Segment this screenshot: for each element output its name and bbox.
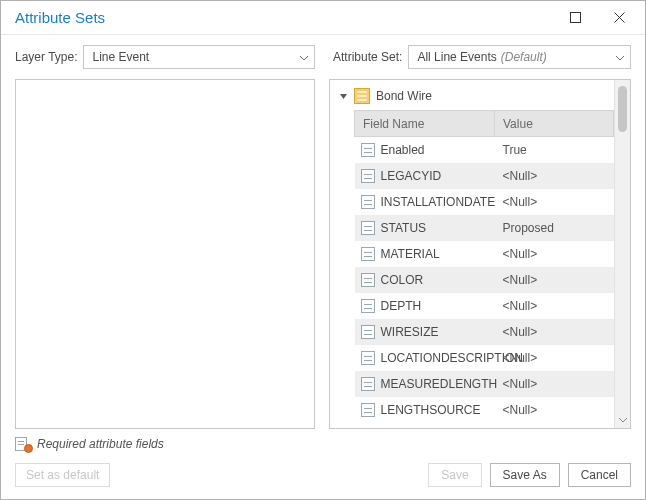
field-icon xyxy=(361,247,375,261)
field-name-cell: LOCATIONDESCRIPTION xyxy=(355,345,495,371)
field-icon xyxy=(361,403,375,417)
layer-icon xyxy=(354,88,370,104)
panes: Bond Wire Field Name Value EnabledTrueLE… xyxy=(15,79,631,429)
content-area: Layer Type: Line Event Attribute Set: Al… xyxy=(1,35,645,499)
close-button[interactable] xyxy=(597,1,641,34)
table-row[interactable]: DEPTH<Null> xyxy=(355,293,614,319)
field-icon xyxy=(361,221,375,235)
scrollbar-thumb[interactable] xyxy=(618,86,627,132)
tree-root-row[interactable]: Bond Wire xyxy=(336,86,614,110)
field-name-cell: INSTALLATIONDATE xyxy=(355,189,495,215)
attribute-set-suffix: (Default) xyxy=(501,50,547,64)
layer-type-label: Layer Type: xyxy=(15,50,77,64)
set-default-button[interactable]: Set as default xyxy=(15,463,110,487)
field-name-text: COLOR xyxy=(381,273,424,287)
left-pane[interactable] xyxy=(15,79,315,429)
attribute-set-group: Attribute Set: All Line Events (Default) xyxy=(333,45,631,69)
required-fields-label: Required attribute fields xyxy=(37,437,164,451)
field-name-cell: MEASUREDLENGTH xyxy=(355,371,495,397)
maximize-button[interactable] xyxy=(553,1,597,34)
field-name-text: WIRESIZE xyxy=(381,325,439,339)
table-row[interactable]: MATERIAL<Null> xyxy=(355,241,614,267)
field-name-text: INSTALLATIONDATE xyxy=(381,195,496,209)
cancel-button[interactable]: Cancel xyxy=(568,463,631,487)
required-fields-note: Required attribute fields xyxy=(15,429,631,463)
layer-type-group: Layer Type: Line Event xyxy=(15,45,315,69)
field-name-cell: COLOR xyxy=(355,267,495,293)
field-name-text: Enabled xyxy=(381,143,425,157)
field-name-text: LOCATIONDESCRIPTION xyxy=(381,351,523,365)
field-name-text: MATERIAL xyxy=(381,247,440,261)
scroll-down-icon[interactable] xyxy=(615,412,630,428)
field-name-cell: MATERIAL xyxy=(355,241,495,267)
field-icon xyxy=(361,325,375,339)
field-icon xyxy=(361,273,375,287)
table-row[interactable]: WIRESIZE<Null> xyxy=(355,319,614,345)
field-value-cell[interactable]: <Null> xyxy=(495,241,614,267)
field-name-cell: Enabled xyxy=(355,137,495,163)
button-bar: Set as default Save Save As Cancel xyxy=(15,463,631,487)
chevron-down-icon xyxy=(300,50,308,64)
attribute-set-label: Attribute Set: xyxy=(333,50,402,64)
chevron-down-icon xyxy=(616,50,624,64)
field-value-cell[interactable]: <Null> xyxy=(495,345,614,371)
field-name-cell: STATUS xyxy=(355,215,495,241)
field-icon xyxy=(361,377,375,391)
table-row[interactable]: LOCATIONDESCRIPTION<Null> xyxy=(355,345,614,371)
table-row[interactable]: INSTALLATIONDATE<Null> xyxy=(355,189,614,215)
window-controls xyxy=(553,1,641,34)
layer-type-value: Line Event xyxy=(92,50,149,64)
field-icon xyxy=(361,351,375,365)
dialog-title: Attribute Sets xyxy=(15,9,553,26)
field-name-text: DEPTH xyxy=(381,299,422,313)
field-name-cell: DEPTH xyxy=(355,293,495,319)
save-button[interactable]: Save xyxy=(428,463,481,487)
attribute-grid: Field Name Value EnabledTrueLEGACYID<Nul… xyxy=(354,110,614,423)
table-row[interactable]: MEASUREDLENGTH<Null> xyxy=(355,371,614,397)
field-value-cell[interactable]: True xyxy=(495,137,614,164)
table-row[interactable]: EnabledTrue xyxy=(355,137,614,164)
field-value-cell[interactable]: <Null> xyxy=(495,293,614,319)
field-icon xyxy=(361,143,375,157)
field-name-cell: WIRESIZE xyxy=(355,319,495,345)
field-value-cell[interactable]: <Null> xyxy=(495,267,614,293)
collapse-icon[interactable] xyxy=(338,89,348,103)
col-value[interactable]: Value xyxy=(495,111,614,137)
field-icon xyxy=(361,169,375,183)
field-value-cell[interactable]: Proposed xyxy=(495,215,614,241)
field-name-text: STATUS xyxy=(381,221,427,235)
attribute-set-value: All Line Events xyxy=(417,50,496,64)
field-name-cell: LEGACYID xyxy=(355,163,495,189)
tree-root-label: Bond Wire xyxy=(376,89,432,103)
table-row[interactable]: LENGTHSOURCE<Null> xyxy=(355,397,614,423)
col-field-name[interactable]: Field Name xyxy=(355,111,495,137)
field-icon xyxy=(361,299,375,313)
field-icon xyxy=(361,195,375,209)
field-value-cell[interactable]: <Null> xyxy=(495,397,614,423)
field-value-cell[interactable]: <Null> xyxy=(495,319,614,345)
field-name-text: LEGACYID xyxy=(381,169,442,183)
table-row[interactable]: COLOR<Null> xyxy=(355,267,614,293)
field-value-cell[interactable]: <Null> xyxy=(495,189,614,215)
table-row[interactable]: STATUSProposed xyxy=(355,215,614,241)
field-name-text: MEASUREDLENGTH xyxy=(381,377,498,391)
attribute-tree[interactable]: Bond Wire Field Name Value EnabledTrueLE… xyxy=(330,80,614,428)
field-name-cell: LENGTHSOURCE xyxy=(355,397,495,423)
titlebar: Attribute Sets xyxy=(1,1,645,35)
field-value-cell[interactable]: <Null> xyxy=(495,163,614,189)
layer-type-combo[interactable]: Line Event xyxy=(83,45,315,69)
attribute-sets-dialog: Attribute Sets Layer Type: Line Event xyxy=(0,0,646,500)
vertical-scrollbar[interactable] xyxy=(614,80,630,428)
field-value-cell[interactable]: <Null> xyxy=(495,371,614,397)
filter-row: Layer Type: Line Event Attribute Set: Al… xyxy=(15,45,631,69)
field-name-text: LENGTHSOURCE xyxy=(381,403,481,417)
attribute-set-combo[interactable]: All Line Events (Default) xyxy=(408,45,631,69)
required-fields-icon xyxy=(15,437,31,451)
svg-rect-0 xyxy=(570,13,580,23)
right-pane: Bond Wire Field Name Value EnabledTrueLE… xyxy=(329,79,631,429)
save-as-button[interactable]: Save As xyxy=(490,463,560,487)
table-row[interactable]: LEGACYID<Null> xyxy=(355,163,614,189)
